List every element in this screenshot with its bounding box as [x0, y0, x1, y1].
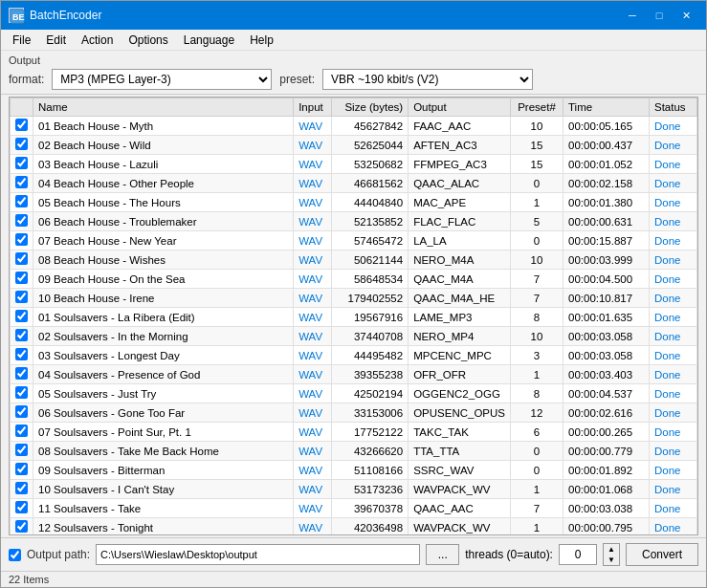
row-size: 17752122	[332, 423, 409, 442]
row-time: 00:00:00.631	[563, 212, 650, 231]
table-row: 05 Beach House - The HoursWAV44404840MAC…	[11, 193, 697, 212]
browse-button[interactable]: ...	[426, 544, 459, 565]
threads-down-button[interactable]: ▼	[604, 555, 619, 565]
close-button[interactable]: ✕	[674, 6, 698, 25]
row-checkbox[interactable]	[15, 291, 28, 303]
path-input[interactable]: C:\Users\Wieslaw\Desktop\output	[96, 544, 420, 565]
row-checkbox[interactable]	[15, 272, 28, 284]
row-checkbox[interactable]	[15, 214, 28, 227]
row-checkbox[interactable]	[15, 444, 28, 456]
svg-text:BE: BE	[12, 12, 25, 22]
table-row: 02 Soulsavers - In the MorningWAV3744070…	[11, 327, 697, 346]
row-preset: 7	[511, 499, 563, 518]
maximize-button[interactable]: □	[647, 6, 672, 25]
menu-item-action[interactable]: Action	[74, 32, 121, 48]
table-body: 01 Beach House - MythWAV45627842FAAC_AAC…	[11, 117, 697, 536]
row-checkbox[interactable]	[15, 252, 28, 265]
row-time: 00:00:00.779	[563, 442, 650, 461]
preset-dropdown[interactable]: VBR ~190 kbit/s (V2)	[322, 69, 533, 90]
row-input: WAV	[294, 403, 332, 423]
row-size: 45627842	[332, 117, 409, 136]
output-section: Output format: MP3 (MPEG Layer-3) preset…	[1, 51, 706, 95]
row-checkbox[interactable]	[15, 119, 28, 131]
row-name: 07 Beach House - New Year	[33, 231, 294, 250]
threads-up-button[interactable]: ▲	[604, 544, 619, 555]
menu-item-language[interactable]: Language	[176, 32, 242, 48]
row-checkbox[interactable]	[15, 367, 28, 380]
row-checkbox[interactable]	[15, 425, 28, 437]
row-size: 51108166	[332, 461, 409, 480]
row-time: 00:00:03.058	[563, 327, 650, 346]
row-checkbox[interactable]	[15, 176, 28, 188]
convert-button[interactable]: Convert	[626, 543, 698, 566]
row-input: WAV	[294, 499, 332, 518]
row-preset: 10	[511, 250, 563, 270]
row-name: 06 Soulsavers - Gone Too Far	[33, 403, 294, 423]
menu-item-edit[interactable]: Edit	[38, 32, 74, 48]
row-checkbox[interactable]	[15, 348, 28, 360]
table-row: 08 Beach House - WishesWAV50621144NERO_M…	[11, 250, 697, 270]
row-status: Done	[650, 136, 697, 155]
table-row: 07 Beach House - New YearWAV57465472LA_L…	[11, 231, 697, 250]
row-checkbox[interactable]	[15, 501, 28, 513]
table-row: 03 Beach House - LazuliWAV53250682FFMPEG…	[11, 155, 697, 174]
output-label: Output	[9, 54, 698, 66]
table-row: 10 Beach House - IreneWAV179402552QAAC_M…	[11, 289, 697, 308]
row-name: 08 Soulsavers - Take Me Back Home	[33, 442, 294, 461]
menu-item-help[interactable]: Help	[242, 32, 281, 48]
row-time: 00:00:01.635	[563, 308, 650, 327]
row-checkbox[interactable]	[15, 520, 28, 533]
threads-input[interactable]: 0	[559, 544, 597, 565]
row-checkbox[interactable]	[15, 386, 28, 399]
row-time: 00:00:00.437	[563, 136, 650, 155]
row-time: 00:00:05.165	[563, 117, 650, 136]
row-size: 43266620	[332, 442, 409, 461]
output-path-checkbox[interactable]	[9, 549, 21, 561]
row-status: Done	[650, 117, 697, 136]
row-status: Done	[650, 423, 697, 442]
row-input: WAV	[294, 289, 332, 308]
row-preset: 1	[511, 480, 563, 499]
row-name: 08 Beach House - Wishes	[33, 250, 294, 270]
row-checkbox[interactable]	[15, 463, 28, 475]
file-table-container[interactable]: Name Input Size (bytes) Output Preset# T…	[9, 97, 698, 535]
row-preset: 3	[511, 346, 563, 365]
table-row: 06 Soulsavers - Gone Too FarWAV33153006O…	[11, 403, 697, 423]
table-row: 09 Beach House - On the SeaWAV58648534QA…	[11, 270, 697, 289]
row-checkbox[interactable]	[15, 157, 28, 169]
row-checkbox[interactable]	[15, 195, 28, 207]
row-checkbox[interactable]	[15, 329, 28, 341]
row-size: 53250682	[332, 155, 409, 174]
row-checkbox[interactable]	[15, 405, 28, 418]
row-status: Done	[650, 308, 697, 327]
row-size: 44404840	[332, 193, 409, 212]
row-output: WAVPACK_WV	[409, 518, 511, 536]
row-output: TTA_TTA	[409, 442, 511, 461]
row-status: Done	[650, 384, 697, 403]
menu-item-options[interactable]: Options	[121, 32, 175, 48]
row-status: Done	[650, 346, 697, 365]
threads-spinner: ▲ ▼	[603, 543, 620, 566]
row-checkbox[interactable]	[15, 310, 28, 322]
table-row: 01 Beach House - MythWAV45627842FAAC_AAC…	[11, 117, 697, 136]
format-dropdown[interactable]: MP3 (MPEG Layer-3)	[52, 69, 272, 90]
row-checkbox[interactable]	[15, 482, 28, 494]
row-preset: 5	[511, 212, 563, 231]
title-bar: BE BatchEncoder ─ □ ✕	[1, 1, 706, 30]
table-row: 06 Beach House - TroublemakerWAV52135852…	[11, 212, 697, 231]
minimize-button[interactable]: ─	[620, 6, 645, 25]
row-checkbox[interactable]	[15, 233, 28, 246]
row-checkbox[interactable]	[15, 138, 28, 150]
row-name: 06 Beach House - Troublemaker	[33, 212, 294, 231]
row-output: FFMPEG_AC3	[409, 155, 511, 174]
menu-item-file[interactable]: File	[5, 32, 38, 48]
row-input: WAV	[294, 155, 332, 174]
row-status: Done	[650, 250, 697, 270]
row-name: 04 Soulsavers - Presence of God	[33, 365, 294, 384]
row-status: Done	[650, 480, 697, 499]
row-preset: 1	[511, 365, 563, 384]
row-status: Done	[650, 518, 697, 536]
row-input: WAV	[294, 308, 332, 327]
col-header-preset: Preset#	[511, 98, 563, 117]
row-time: 00:00:04.537	[563, 384, 650, 403]
